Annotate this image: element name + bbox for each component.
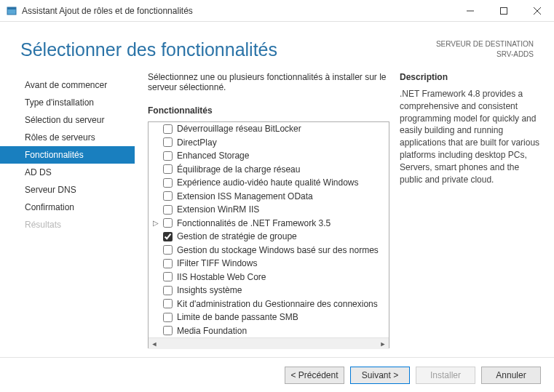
destination-value: SRV-ADDS xyxy=(436,49,534,60)
wizard-step[interactable]: Serveur DNS xyxy=(0,181,135,199)
wizard-footer: < Précédent Suivant > Installer Annuler xyxy=(0,357,554,392)
page-title: Sélectionner des fonctionnalités xyxy=(20,39,277,60)
titlebar: Assistant Ajout de rôles et de fonctionn… xyxy=(0,0,554,22)
feature-label: Limite de bande passante SMB xyxy=(177,312,298,322)
feature-checkbox[interactable] xyxy=(163,151,173,161)
window-title: Assistant Ajout de rôles et de fonctionn… xyxy=(22,6,454,16)
feature-item[interactable]: Insights système xyxy=(149,284,389,297)
feature-checkbox[interactable] xyxy=(163,205,173,215)
wizard-step[interactable]: AD DS xyxy=(0,164,135,181)
feature-item[interactable]: IIS Hostable Web Core xyxy=(149,271,389,284)
feature-checkbox[interactable] xyxy=(163,218,173,228)
feature-checkbox[interactable] xyxy=(163,313,173,322)
destination-label: SERVEUR DE DESTINATION xyxy=(436,39,534,49)
instruction-text: Sélectionnez une ou plusieurs fonctionna… xyxy=(148,72,389,92)
feature-item[interactable]: Gestion du stockage Windows basé sur des… xyxy=(149,244,389,257)
next-button[interactable]: Suivant > xyxy=(350,367,410,384)
feature-item[interactable]: ▷Fonctionnalités de .NET Framework 3.5 xyxy=(149,217,389,231)
feature-item[interactable]: Limite de bande passante SMB xyxy=(149,311,389,324)
feature-checkbox[interactable] xyxy=(163,164,173,174)
feature-label: Kit d'administration du Gestionnaire des… xyxy=(177,299,378,309)
feature-checkbox[interactable] xyxy=(163,137,173,147)
horizontal-scrollbar[interactable]: ◄ ► xyxy=(149,337,389,349)
feature-label: Expérience audio-vidéo haute qualité Win… xyxy=(177,177,359,188)
feature-label: Extension WinRM IIS xyxy=(177,204,259,215)
feature-item[interactable]: Extension ISS Management OData xyxy=(149,190,389,204)
feature-label: Gestion du stockage Windows basé sur des… xyxy=(177,245,379,255)
previous-button[interactable]: < Précédent xyxy=(285,367,344,384)
wizard-step[interactable]: Sélection du serveur xyxy=(0,111,135,129)
feature-item[interactable]: DirectPlay xyxy=(149,136,389,150)
feature-item[interactable]: Gestion de stratégie de groupe xyxy=(149,230,389,244)
minimize-button[interactable] xyxy=(454,0,487,22)
feature-item[interactable]: IFilter TIFF Windows xyxy=(149,257,389,271)
feature-label: DirectPlay xyxy=(177,137,217,148)
feature-checkbox[interactable] xyxy=(163,245,173,255)
wizard-step[interactable]: Confirmation xyxy=(0,199,135,216)
feature-item[interactable]: Kit d'administration du Gestionnaire des… xyxy=(149,297,389,311)
scroll-left-icon[interactable]: ◄ xyxy=(149,338,160,350)
window-controls xyxy=(454,0,554,22)
feature-checkbox[interactable] xyxy=(163,124,173,134)
feature-item[interactable]: Enhanced Storage xyxy=(149,149,389,163)
feature-label: Enhanced Storage xyxy=(177,151,249,161)
wizard-step[interactable]: Avant de commencer xyxy=(0,76,135,94)
feature-label: Gestion de stratégie de groupe xyxy=(177,231,297,241)
feature-checkbox[interactable] xyxy=(163,191,173,201)
svg-rect-3 xyxy=(501,7,507,14)
maximize-button[interactable] xyxy=(487,0,521,22)
wizard-step: Résultats xyxy=(0,216,135,233)
feature-checkbox[interactable] xyxy=(163,272,173,281)
feature-label: Extension ISS Management OData xyxy=(177,191,313,201)
feature-item[interactable]: Extension WinRM IIS xyxy=(149,203,389,217)
app-icon xyxy=(6,5,17,17)
wizard-header: Sélectionner des fonctionnalités SERVEUR… xyxy=(0,22,554,72)
features-listbox: Déverrouillage réseau BitLockerDirectPla… xyxy=(148,121,389,348)
features-label: Fonctionnalités xyxy=(148,105,389,116)
feature-label: Media Foundation xyxy=(177,326,247,336)
description-label: Description xyxy=(400,72,544,82)
wizard-step[interactable]: Type d'installation xyxy=(0,94,135,111)
feature-label: Fonctionnalités de .NET Framework 3.5 xyxy=(177,218,331,228)
wizard-steps-sidebar: Avant de commencerType d'installationSél… xyxy=(0,72,135,348)
feature-item[interactable]: Équilibrage de la charge réseau xyxy=(149,163,389,177)
expand-icon[interactable]: ▷ xyxy=(151,219,160,227)
feature-checkbox[interactable] xyxy=(163,232,173,241)
feature-checkbox[interactable] xyxy=(163,178,173,188)
features-scroll[interactable]: Déverrouillage réseau BitLockerDirectPla… xyxy=(149,122,389,337)
install-button[interactable]: Installer xyxy=(416,367,475,384)
feature-label: IIS Hostable Web Core xyxy=(177,272,266,282)
close-button[interactable] xyxy=(521,0,554,22)
wizard-step[interactable]: Rôles de serveurs xyxy=(0,129,135,146)
feature-label: Équilibrage de la charge réseau xyxy=(177,164,300,175)
feature-checkbox[interactable] xyxy=(163,286,173,295)
feature-item[interactable]: Media Foundation xyxy=(149,324,389,338)
feature-checkbox[interactable] xyxy=(163,259,173,268)
destination-info: SERVEUR DE DESTINATION SRV-ADDS xyxy=(436,39,534,60)
feature-item[interactable]: Expérience audio-vidéo haute qualité Win… xyxy=(149,176,389,190)
description-text: .NET Framework 4.8 provides a comprehens… xyxy=(400,88,544,185)
cancel-button[interactable]: Annuler xyxy=(481,367,541,384)
feature-checkbox[interactable] xyxy=(163,299,173,308)
svg-rect-1 xyxy=(7,7,16,9)
wizard-step[interactable]: Fonctionnalités xyxy=(0,146,135,164)
scroll-right-icon[interactable]: ► xyxy=(377,338,389,350)
feature-label: Déverrouillage réseau BitLocker xyxy=(177,124,301,134)
feature-checkbox[interactable] xyxy=(163,326,173,335)
feature-label: Insights système xyxy=(177,285,242,295)
feature-item[interactable]: Déverrouillage réseau BitLocker xyxy=(149,122,389,136)
feature-label: IFilter TIFF Windows xyxy=(177,258,257,268)
